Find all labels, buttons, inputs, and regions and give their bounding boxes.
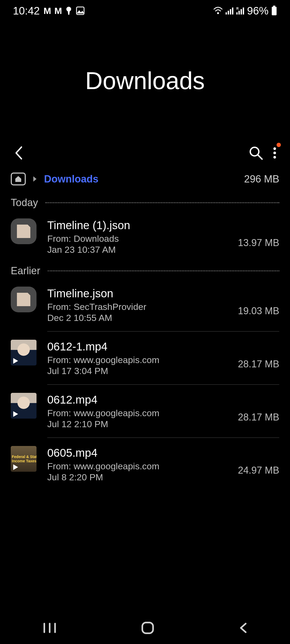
file-size: 28.17 MB [238, 412, 279, 423]
search-button[interactable] [246, 143, 266, 163]
file-name: 0612.mp4 [47, 393, 227, 406]
file-size: 19.03 MB [238, 305, 279, 317]
svg-rect-9 [238, 11, 240, 14]
row-divider [47, 384, 279, 385]
file-source: From: SecTrashProvider [47, 302, 227, 312]
battery-icon [271, 6, 277, 16]
status-clock: 10:42 [13, 5, 40, 17]
svg-point-16 [273, 147, 276, 150]
svg-rect-8 [236, 12, 238, 14]
signal-icon [226, 7, 234, 14]
svg-text:R: R [236, 7, 239, 10]
row-divider [47, 437, 279, 438]
svg-line-15 [258, 155, 262, 159]
file-row[interactable]: 0605.mp4From: www.googleapis.comJul 8 2:… [0, 440, 290, 489]
mail-icon: M [54, 6, 61, 16]
file-source: From: www.googleapis.com [47, 355, 227, 365]
mail-icon: M [44, 6, 50, 16]
svg-point-18 [273, 156, 276, 159]
file-size: 13.97 MB [238, 237, 279, 248]
file-info: 0612.mp4From: www.googleapis.comJul 12 2… [47, 393, 227, 429]
svg-rect-22 [142, 623, 153, 633]
battery-text: 96% [247, 5, 269, 17]
file-source: From: www.googleapis.com [47, 461, 227, 471]
picture-icon [76, 6, 85, 15]
video-thumbnail-icon [11, 340, 37, 365]
play-icon [12, 464, 19, 471]
play-icon [12, 357, 19, 364]
svg-point-17 [273, 152, 276, 154]
file-name: 0605.mp4 [47, 447, 227, 459]
file-date: Jan 23 10:37 AM [47, 244, 227, 255]
svg-rect-5 [230, 9, 231, 14]
nav-home-button[interactable] [137, 618, 158, 638]
nav-back-button[interactable] [234, 618, 252, 638]
file-info: 0605.mp4From: www.googleapis.comJul 8 2:… [47, 446, 227, 482]
file-size-wrap: 19.03 MB [238, 287, 279, 317]
file-thumbnail-icon [11, 218, 37, 244]
svg-rect-4 [228, 11, 229, 14]
notification-dot-icon [277, 143, 281, 147]
file-size: 28.17 MB [238, 358, 279, 370]
breadcrumb: Downloads 296 MB [0, 167, 290, 191]
breadcrumb-home-button[interactable] [11, 173, 26, 185]
file-info: 0612-1.mp4From: www.googleapis.comJul 17… [47, 340, 227, 376]
file-row[interactable]: 0612.mp4From: www.googleapis.comJul 12 2… [0, 386, 290, 436]
back-button[interactable] [11, 143, 27, 163]
svg-rect-10 [241, 9, 242, 14]
file-list: TodayTimeline (1).jsonFrom: DownloadsJan… [0, 193, 290, 489]
file-info: Timeline.jsonFrom: SecTrashProviderDec 2… [47, 287, 227, 323]
file-row[interactable]: Timeline.jsonFrom: SecTrashProviderDec 2… [0, 280, 290, 330]
file-size-wrap: 28.17 MB [238, 340, 279, 370]
file-size-wrap: 13.97 MB [238, 218, 279, 248]
file-name: Timeline.json [47, 287, 227, 300]
status-left: 10:42 M M [13, 5, 85, 17]
file-date: Dec 2 10:55 AM [47, 313, 227, 323]
file-row[interactable]: 0612-1.mp4From: www.googleapis.comJul 17… [0, 333, 290, 383]
video-thumbnail-icon [11, 446, 37, 472]
status-right: R 96% [213, 5, 277, 17]
svg-rect-6 [232, 8, 233, 14]
file-date: Jul 8 2:20 PM [47, 472, 227, 482]
toolbar [0, 140, 290, 166]
status-bar: 10:42 M M R 96% [0, 0, 290, 21]
file-thumbnail-icon [11, 287, 37, 312]
section-divider-icon [48, 270, 279, 271]
more-options-button[interactable] [270, 144, 279, 162]
svg-rect-3 [226, 12, 227, 14]
wifi-icon [213, 7, 223, 15]
nav-recents-button[interactable] [38, 618, 61, 638]
file-name: Timeline (1).json [47, 219, 227, 232]
svg-point-2 [217, 12, 219, 14]
section-label: Today [11, 197, 38, 208]
section-divider-icon [45, 202, 279, 203]
total-size-label: 296 MB [244, 173, 279, 185]
file-info: Timeline (1).jsonFrom: DownloadsJan 23 1… [47, 218, 227, 255]
file-source: From: Downloads [47, 233, 227, 244]
file-size-wrap: 28.17 MB [238, 393, 279, 423]
svg-rect-12 [273, 6, 275, 7]
section-header: Today [0, 193, 290, 212]
file-date: Jul 17 3:04 PM [47, 366, 227, 376]
file-row[interactable]: Timeline (1).jsonFrom: DownloadsJan 23 1… [0, 212, 290, 261]
play-icon [12, 411, 19, 418]
page-title: Downloads [0, 67, 290, 95]
keyhole-icon [65, 6, 72, 15]
file-date: Jul 12 2:10 PM [47, 419, 227, 429]
file-size: 24.97 MB [238, 465, 279, 476]
breadcrumb-separator-icon [32, 175, 38, 182]
breadcrumb-current[interactable]: Downloads [44, 173, 99, 185]
file-name: 0612-1.mp4 [47, 340, 227, 353]
system-nav-bar [0, 612, 290, 644]
video-thumbnail-icon [11, 393, 37, 419]
section-header: Earlier [0, 261, 290, 280]
file-source: From: www.googleapis.com [47, 408, 227, 418]
section-label: Earlier [11, 265, 40, 277]
row-divider [47, 331, 279, 332]
file-size-wrap: 24.97 MB [238, 446, 279, 476]
svg-rect-13 [272, 7, 277, 15]
svg-rect-11 [243, 8, 244, 14]
signal-roaming-icon: R [236, 7, 244, 14]
